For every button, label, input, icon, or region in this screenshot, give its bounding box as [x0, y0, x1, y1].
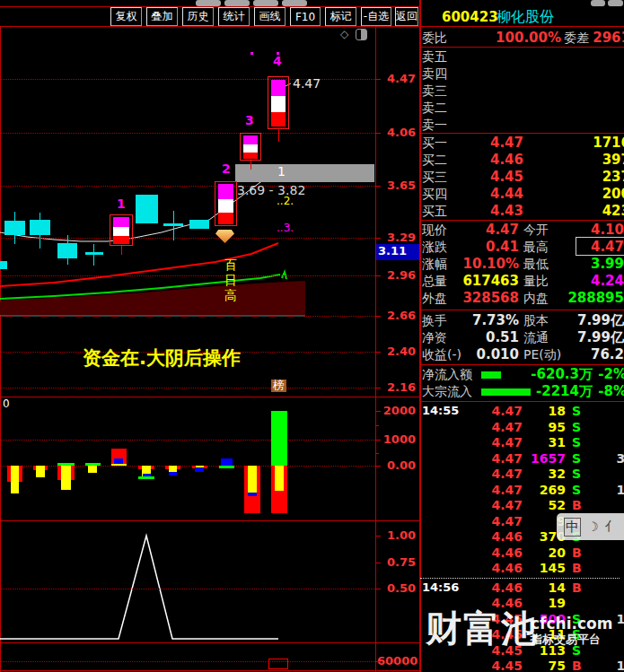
sequence-label: 1: [117, 196, 126, 211]
band-label: 日: [224, 273, 237, 289]
volume-bar: [221, 458, 233, 466]
price-gridline: [0, 316, 375, 317]
candle: [30, 220, 50, 235]
marked-candle-segment: [271, 80, 286, 96]
axis-tick: [376, 352, 381, 353]
trading-terminal: 复权叠加历史统计画线F10标记-自选返回 ◇ 600423 柳化股份 委比100…: [0, 0, 624, 672]
volume-axis-label: 2000: [381, 404, 416, 417]
marked-candle-wick: [250, 161, 251, 170]
indicator-axis-label: 0.50: [381, 581, 416, 595]
axis-tick: [376, 661, 381, 662]
axis-tick: [376, 133, 381, 134]
axis-tick: [376, 440, 381, 441]
watermark-brand: 财富池: [426, 608, 539, 648]
indicator-gridline: [0, 589, 375, 589]
watermark-tagline: 指标交易平台: [531, 633, 601, 646]
chart-canvas: [0, 0, 624, 672]
volume-bar: [271, 411, 287, 466]
chart-annotation: 资金在.大阴后操作: [83, 348, 241, 369]
price-gridline: [0, 275, 375, 276]
volume-bar: [219, 466, 234, 468]
watermark-site: cfchi.com: [531, 615, 612, 633]
chart-annotation: 3.69 - 3.82: [237, 184, 305, 197]
volume-bar: [61, 466, 71, 490]
axis-tick: [376, 589, 381, 589]
volume-bar: [195, 467, 204, 472]
doji-body: [85, 252, 103, 255]
axis-tick: [376, 466, 381, 467]
indicator-axis-label: 0.75: [381, 555, 416, 569]
candle: [189, 220, 209, 229]
price-axis-label: 4.47: [381, 72, 416, 85]
axis-minor-tick: [376, 425, 379, 426]
marked-candle-segment: [113, 227, 129, 236]
marked-candle-segment: [113, 236, 129, 244]
price-axis-label: 2.66: [381, 309, 416, 322]
volume-bar: [111, 464, 127, 466]
marked-candle-segment: [243, 144, 258, 153]
marked-candle-wick: [121, 245, 122, 255]
band-label: 高: [224, 288, 237, 304]
last-price-highlight: 3.11: [376, 244, 419, 260]
price-gridline: [0, 388, 375, 388]
marked-candle-segment: [271, 96, 286, 112]
volume-bar: [36, 466, 45, 477]
price-gridline: [0, 133, 375, 134]
axis-tick: [376, 316, 381, 317]
resistance-zone: [235, 164, 374, 182]
marked-candle-segment: [218, 199, 233, 213]
volume-axis-label: 1000: [381, 432, 416, 446]
volume-bar: [169, 472, 177, 476]
price-axis-label: 4.06: [381, 126, 416, 139]
price-axis-label: 2.40: [381, 345, 416, 358]
bottom-axis-label: 60000: [377, 654, 416, 668]
marked-candle-segment: [243, 153, 258, 159]
chart-annotation: ..3.: [277, 223, 294, 234]
price-axis-label: 2.96: [381, 268, 416, 282]
bottom-bar-outline: [268, 659, 288, 669]
volume-zero-label: 0: [3, 397, 10, 410]
doji-body: [163, 223, 183, 226]
volume-gridline: [0, 440, 375, 441]
marked-candle-segment: [218, 213, 233, 224]
axis-tick: [376, 79, 381, 80]
price-gridline: [0, 186, 375, 187]
volume-bar: [88, 466, 97, 473]
band-label: 百: [224, 257, 237, 274]
stamp-watermark: 中 ☽ 亻: [557, 513, 624, 540]
axis-tick: [376, 186, 381, 187]
candle: [136, 195, 158, 223]
volume-bar: [248, 466, 257, 495]
price-axis-label: 2.16: [381, 380, 416, 394]
marked-candle-segment: [243, 135, 258, 144]
chart-annotation: 榜: [271, 380, 286, 392]
volume-bar: [248, 493, 257, 496]
axis-tick: [376, 563, 381, 563]
stamp-moon-icon: ☽: [587, 519, 599, 534]
volume-gridline: [0, 466, 375, 467]
chart-annotation: ..2.: [277, 196, 294, 207]
axis-tick: [376, 536, 381, 537]
chart-annotation: 4.47: [293, 77, 321, 91]
stamp-partial-glyph: 亻: [605, 519, 618, 535]
bottom-gridline: [0, 661, 375, 662]
candle: [4, 221, 25, 235]
candle: [57, 243, 77, 258]
stamp-char: 中: [564, 518, 581, 537]
price-axis-label: 3.65: [381, 179, 416, 192]
marked-candle-segment: [113, 217, 129, 227]
volume-bar: [11, 466, 19, 493]
sequence-label: 4: [273, 54, 282, 68]
volume-bar: [275, 466, 284, 491]
price-axis-label: 3.29: [381, 231, 416, 244]
sequence-label: 2: [222, 161, 231, 176]
axis-tick: [376, 238, 381, 239]
indicator-axis-label: 1.00: [381, 528, 416, 542]
axis-minor-tick: [376, 453, 379, 454]
doji-wick: [93, 244, 94, 266]
axis-tick: [376, 411, 381, 412]
marked-candle-segment: [218, 184, 233, 199]
cyan-marker: [0, 261, 7, 269]
volume-axis-label: 0.00: [381, 458, 416, 472]
sequence-label: 3: [245, 113, 254, 127]
